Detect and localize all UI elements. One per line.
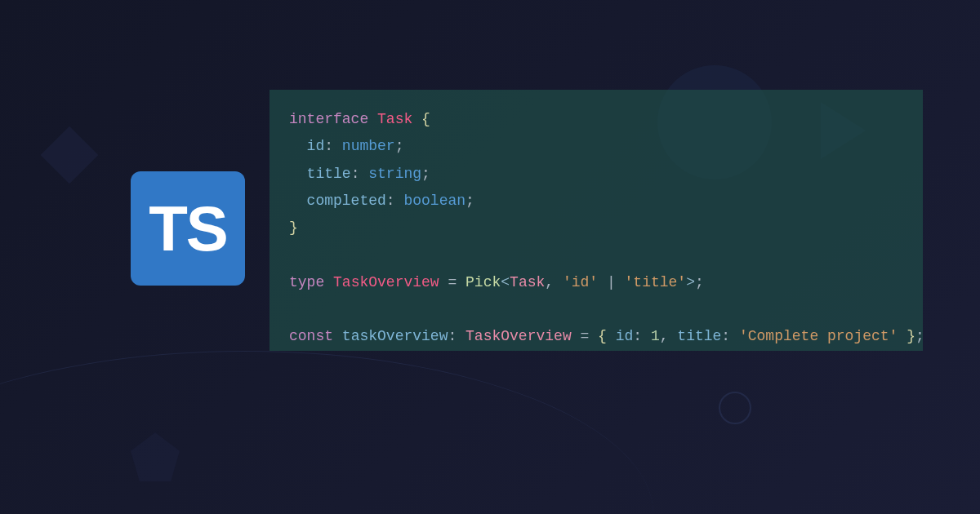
code-block: interface Task { id: number; title: stri… bbox=[270, 90, 923, 351]
ts-logo-text: TS bbox=[149, 192, 227, 266]
keyword-type: type bbox=[289, 274, 324, 290]
type-boolean: boolean bbox=[403, 193, 466, 209]
type-ann-taskoverview: TaskOverview bbox=[466, 328, 572, 344]
type-string: string bbox=[368, 166, 421, 182]
brace-close: } bbox=[289, 219, 298, 236]
bg-decoration-curve bbox=[0, 351, 653, 514]
obj-prop-title: title bbox=[677, 328, 721, 344]
string-complete-project: 'Complete project' bbox=[739, 328, 898, 344]
var-taskoverview: taskOverview bbox=[342, 328, 448, 344]
prop-title: title bbox=[307, 166, 351, 182]
util-pick: Pick bbox=[466, 274, 501, 290]
bg-decoration-ring bbox=[719, 392, 751, 424]
obj-prop-id: id bbox=[616, 328, 634, 344]
number-1: 1 bbox=[651, 328, 660, 344]
type-ref-task: Task bbox=[510, 274, 545, 290]
string-id: 'id' bbox=[563, 274, 598, 290]
type-number: number bbox=[342, 138, 395, 154]
type-task: Task bbox=[377, 111, 412, 127]
prop-completed: completed bbox=[307, 193, 386, 209]
brace-open: { bbox=[412, 111, 430, 127]
type-taskoverview: TaskOverview bbox=[333, 274, 439, 290]
keyword-interface: interface bbox=[289, 111, 368, 127]
prop-id: id bbox=[307, 138, 325, 154]
typescript-logo-icon: TS bbox=[131, 171, 245, 286]
bg-decoration-diamond bbox=[41, 126, 99, 184]
code-content: interface Task { id: number; title: stri… bbox=[289, 106, 903, 351]
string-title: 'title' bbox=[625, 274, 687, 290]
keyword-const: const bbox=[289, 328, 333, 344]
